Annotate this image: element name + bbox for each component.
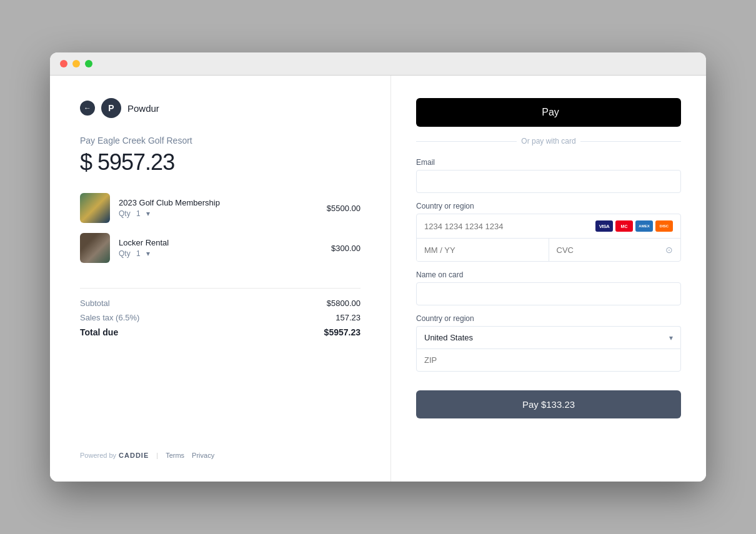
footer: Powered by CADDIE | Terms Privacy <box>80 432 361 459</box>
mastercard-icon: MC <box>615 220 633 232</box>
line-item: Locker Rental Qty 1 ▾ $300.00 <box>80 233 361 263</box>
cvc-input[interactable] <box>557 245 666 255</box>
country-label: Country or region <box>416 314 681 323</box>
cvc-row: ⊙ <box>549 239 681 261</box>
terms-link[interactable]: Terms <box>166 452 184 459</box>
right-panel: Pay Or pay with card Email Country or re… <box>391 76 706 482</box>
line-item: 2023 Golf Club Membership Qty 1 ▾ $5500.… <box>80 193 361 223</box>
mac-window: ← P Powdur Pay Eagle Creek Golf Resort $… <box>50 52 706 482</box>
card-label: Country or region <box>416 202 681 210</box>
email-input[interactable] <box>416 170 681 193</box>
card-icons: VISA MC AMEX DISC <box>595 220 673 232</box>
left-panel: ← P Powdur Pay Eagle Creek Golf Resort $… <box>50 76 391 482</box>
discover-icon: DISC <box>655 220 673 232</box>
back-nav: ← P Powdur <box>80 98 361 118</box>
brand-name: Powdur <box>127 103 159 114</box>
email-group: Email <box>416 158 681 193</box>
email-label: Email <box>416 158 681 167</box>
country-value: United States <box>424 333 669 342</box>
tax-label: Sales tax (6.5%) <box>80 313 139 322</box>
card-fields: VISA MC AMEX DISC ⊙ <box>416 214 681 262</box>
item-price: $5500.00 <box>327 204 361 213</box>
expiry-cvc-row: ⊙ <box>417 239 680 261</box>
subtotal-label: Subtotal <box>80 299 110 308</box>
brand-avatar: P <box>101 98 121 118</box>
country-select[interactable]: United States ▾ <box>416 326 681 349</box>
card-number-input[interactable] <box>424 222 595 231</box>
cvc-icon: ⊙ <box>665 245 673 255</box>
window-content: ← P Powdur Pay Eagle Creek Golf Resort $… <box>50 76 706 482</box>
qty-chevron: ▾ <box>146 249 150 258</box>
country-group: Country or region United States ▾ <box>416 314 681 372</box>
visa-icon: VISA <box>595 220 613 232</box>
item-details: 2023 Golf Club Membership Qty 1 ▾ <box>119 198 318 218</box>
item-qty[interactable]: Qty 1 ▾ <box>119 249 322 258</box>
back-button[interactable]: ← <box>80 101 95 116</box>
item-image-golf <box>80 193 110 223</box>
item-details: Locker Rental Qty 1 ▾ <box>119 238 322 258</box>
item-price: $300.00 <box>331 244 361 253</box>
footer-brand: CADDIE <box>119 452 149 459</box>
item-image-locker <box>80 233 110 263</box>
name-group: Name on card <box>416 270 681 305</box>
card-divider: Or pay with card <box>416 137 681 146</box>
card-group: Country or region VISA MC AMEX DISC <box>416 202 681 262</box>
zip-input[interactable] <box>416 349 681 372</box>
pay-amount: $ 5957.23 <box>80 149 361 176</box>
back-arrow-icon: ← <box>84 104 91 112</box>
apple-pay-label: Pay <box>542 107 559 118</box>
title-bar <box>50 52 706 76</box>
name-input[interactable] <box>416 282 681 305</box>
pay-label: Pay Eagle Creek Golf Resort <box>80 136 361 146</box>
line-items: 2023 Golf Club Membership Qty 1 ▾ $5500.… <box>80 193 361 273</box>
expiry-input[interactable] <box>417 239 549 261</box>
item-qty[interactable]: Qty 1 ▾ <box>119 209 318 218</box>
tax-row: Sales tax (6.5%) 157.23 <box>80 313 361 322</box>
footer-divider: | <box>156 452 158 459</box>
totals-section: Subtotal $5800.00 Sales tax (6.5%) 157.2… <box>80 288 361 342</box>
total-value: $5957.23 <box>324 327 361 337</box>
pay-button-label: Pay $133.23 <box>522 399 575 410</box>
subtotal-row: Subtotal $5800.00 <box>80 299 361 308</box>
apple-pay-button[interactable]: Pay <box>416 98 681 127</box>
pay-button[interactable]: Pay $133.23 <box>416 390 681 418</box>
footer-powered-by: Powered by CADDIE <box>80 452 149 459</box>
maximize-dot[interactable] <box>85 60 92 67</box>
chevron-down-icon: ▾ <box>669 334 673 342</box>
subtotal-value: $5800.00 <box>327 299 361 308</box>
total-label: Total due <box>80 327 118 337</box>
tax-value: 157.23 <box>336 313 361 322</box>
close-dot[interactable] <box>60 60 67 67</box>
card-number-row: VISA MC AMEX DISC <box>417 214 680 239</box>
amex-icon: AMEX <box>635 220 653 232</box>
name-label: Name on card <box>416 270 681 279</box>
item-name: 2023 Golf Club Membership <box>119 198 318 207</box>
qty-chevron: ▾ <box>146 209 150 218</box>
minimize-dot[interactable] <box>72 60 80 67</box>
privacy-link[interactable]: Privacy <box>192 452 214 459</box>
item-name: Locker Rental <box>119 238 322 247</box>
grand-total-row: Total due $5957.23 <box>80 327 361 337</box>
